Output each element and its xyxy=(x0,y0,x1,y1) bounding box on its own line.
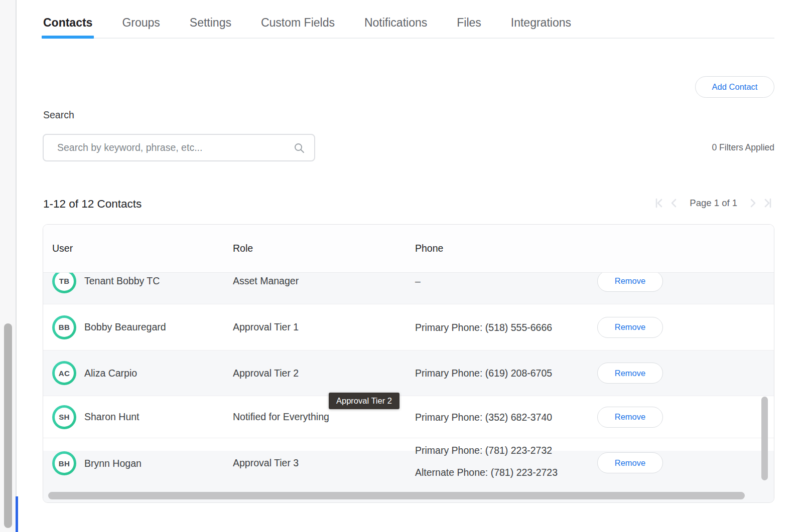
contact-role: Approval Tier 1 xyxy=(233,321,415,333)
remove-button[interactable]: Remove xyxy=(597,317,663,338)
add-contact-button[interactable]: Add Contact xyxy=(695,76,774,98)
contact-role: Approval Tier 2 xyxy=(233,368,415,379)
previous-page-icon[interactable] xyxy=(666,197,682,210)
tab-settings[interactable]: Settings xyxy=(189,11,232,34)
left-edge-accent xyxy=(16,496,18,532)
tab-notifications[interactable]: Notifications xyxy=(364,11,428,34)
table-vertical-scrollbar-thumb[interactable] xyxy=(761,397,768,480)
search-icon xyxy=(293,142,305,154)
remove-button[interactable]: Remove xyxy=(597,273,663,292)
contacts-table: User Role Phone TBTenant Bobby TCAsset M… xyxy=(43,224,774,503)
first-page-icon[interactable] xyxy=(651,197,666,210)
page-indicator: Page 1 of 1 xyxy=(690,198,737,209)
remove-button[interactable]: Remove xyxy=(597,363,663,384)
tab-contacts[interactable]: Contacts xyxy=(43,11,93,34)
table-horizontal-scrollbar-thumb[interactable] xyxy=(48,492,745,499)
remove-button[interactable]: Remove xyxy=(597,407,663,428)
tab-bar: ContactsGroupsSettingsCustom FieldsNotif… xyxy=(43,0,774,39)
contact-name: Sharon Hunt xyxy=(84,411,140,423)
contacts-page: ContactsGroupsSettingsCustom FieldsNotif… xyxy=(0,0,803,532)
table-row: BBBobby BeauregardApproval Tier 1Primary… xyxy=(43,304,774,350)
avatar: BB xyxy=(52,315,76,339)
contact-phone: Primary Phone: (352) 682-3740 xyxy=(415,411,597,423)
table-row: ACAliza CarpioApproval Tier 2Primary Pho… xyxy=(43,350,774,396)
contact-phone: – xyxy=(415,275,597,287)
avatar: SH xyxy=(52,405,76,429)
role-tooltip: Approval Tier 2 xyxy=(329,393,399,409)
contact-role: Approval Tier 3 xyxy=(233,438,415,469)
contact-phone: Primary Phone: (781) 223-2732Alternate P… xyxy=(415,438,597,483)
search-box xyxy=(43,134,315,161)
table-row: TBTenant Bobby TCAsset Manager–Remove xyxy=(43,273,774,304)
avatar: BH xyxy=(52,451,76,475)
contact-name: Aliza Carpio xyxy=(84,368,137,379)
avatar: TB xyxy=(52,273,76,293)
table-row: SHSharon HuntNotified for EverythingPrim… xyxy=(43,396,774,438)
contact-name: Tenant Bobby TC xyxy=(84,275,160,287)
contact-phone: Primary Phone: (518) 555-6666 xyxy=(415,321,597,333)
contact-name: Bobby Beauregard xyxy=(84,321,166,333)
tab-custom-fields[interactable]: Custom Fields xyxy=(260,11,335,34)
contact-role: Asset Manager xyxy=(233,275,415,287)
table-header-row: User Role Phone xyxy=(43,225,774,273)
tab-groups[interactable]: Groups xyxy=(121,11,160,34)
tab-integrations[interactable]: Integrations xyxy=(510,11,572,34)
filters-applied-label: 0 Filters Applied xyxy=(712,142,774,153)
table-body: TBTenant Bobby TCAsset Manager–RemoveBBB… xyxy=(43,273,774,503)
contact-name: Brynn Hogan xyxy=(84,458,142,469)
pagination: Page 1 of 1 xyxy=(651,197,775,210)
column-header-phone: Phone xyxy=(415,243,597,254)
next-page-icon[interactable] xyxy=(745,197,760,210)
avatar: AC xyxy=(52,361,76,385)
contact-role: Notified for Everything xyxy=(233,411,415,423)
column-header-role: Role xyxy=(233,243,415,254)
page-scrollbar-thumb[interactable] xyxy=(4,323,12,528)
contact-phone: Primary Phone: (619) 208-6705 xyxy=(415,367,597,379)
last-page-icon[interactable] xyxy=(760,197,775,210)
search-label: Search xyxy=(43,109,74,121)
column-header-user: User xyxy=(43,243,233,254)
tab-files[interactable]: Files xyxy=(456,11,482,34)
search-input[interactable] xyxy=(44,142,293,153)
contacts-count: 1-12 of 12 Contacts xyxy=(43,198,142,211)
remove-button[interactable]: Remove xyxy=(597,452,663,473)
